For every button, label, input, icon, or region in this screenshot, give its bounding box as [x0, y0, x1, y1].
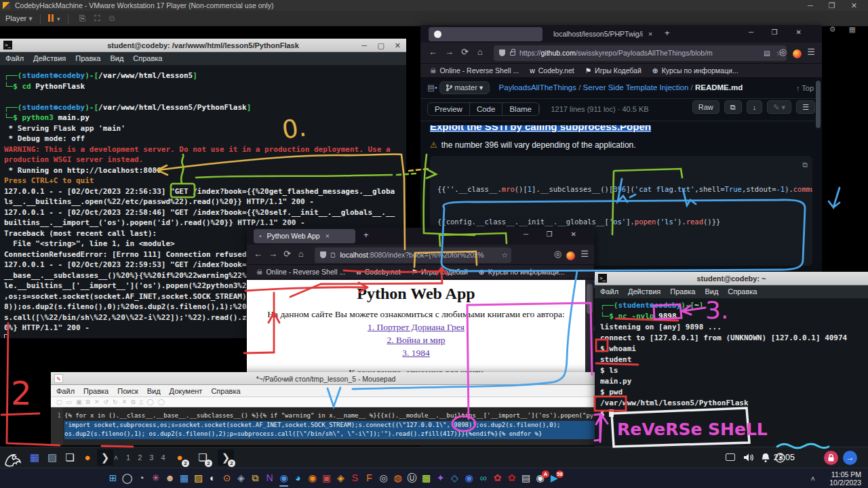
notifications-bell-icon[interactable] [761, 453, 770, 463]
suspend-caret[interactable]: ▾ [57, 16, 60, 22]
minimize-button[interactable]: ─ [361, 39, 367, 52]
tab-localhost-phptwig[interactable]: localhost/lesson5/PHPTwig/i× [548, 27, 656, 41]
reload-icon[interactable]: ⟳ [283, 249, 291, 259]
windows-clock[interactable]: 11:05 PM 10/2/2023 [829, 470, 861, 487]
url-bar[interactable]: https://github.com/swisskyrepo/PayloadsA… [494, 45, 787, 61]
warning-icon: ⚠ [430, 140, 437, 150]
account-icon[interactable]: ◎ [779, 47, 787, 57]
firefox-window-webapp[interactable]: • Python Web App× + ─ ❒ ✕ ← → ⟳ ⌂ 🗋local… [247, 228, 594, 381]
terminal-right-title: student@codeby: ~ [696, 274, 766, 283]
mousepad-editor[interactable]: 1 {% for x in ().__class__.__base__.__su… [51, 407, 601, 445]
home-icon[interactable]: ⌂ [298, 249, 304, 259]
shield-icon[interactable] [320, 251, 326, 258]
suspend-button[interactable] [48, 12, 55, 27]
vm-running-apps[interactable]: ●2❏2❯2 [168, 447, 237, 468]
back-icon[interactable]: ← [254, 249, 262, 259]
mousepad-window[interactable]: ✎ *~/Рабочий стол/tmp_lesson_5 - Mousepa… [51, 372, 601, 445]
extension-icon[interactable] [566, 250, 575, 260]
close-button[interactable]: ✕ [395, 39, 401, 52]
branch-selector[interactable]: master ▾ [439, 81, 490, 94]
player-menu-caret[interactable]: ▾ [28, 14, 33, 22]
file-icon[interactable]: ▤• [427, 83, 437, 92]
crumb-repo[interactable]: PayloadsAllTheThings [499, 83, 576, 92]
logout-icon[interactable]: → [843, 451, 857, 465]
tab-close-icon[interactable]: × [648, 30, 652, 38]
webapp-page: Python Web App На данном сайте Вы можете… [247, 280, 585, 381]
scrollbar[interactable] [585, 280, 594, 381]
tab-python-web-app[interactable]: • Python Web App× [254, 229, 355, 243]
intro-text: На данном сайте Вы можете ознакомиться с… [247, 309, 585, 320]
launcher-expand-chevron[interactable]: ˄ [114, 447, 118, 468]
screen-lock-icon[interactable] [824, 451, 838, 465]
terminal-right-title-bar[interactable]: >_ student@codeby: ~ [595, 272, 868, 285]
back-icon[interactable]: ← [429, 47, 437, 57]
mousepad-toolbar[interactable]: ▢▭▣⧉✕↺↻✕⧉▯◯◯ [51, 397, 601, 407]
send-ctrl-alt-del-icon[interactable]: ⎘ [79, 14, 86, 23]
terminal-icon: >_ [3, 41, 12, 49]
terminal-icon: >_ [598, 274, 607, 283]
vmware-window-controls[interactable]: ─ ❐ ✕ [808, 0, 864, 11]
windows-taskbar-icons[interactable]: ⊞◯◔✳☻▦▨◐⊙◈⧉N◉◕◉▣◈SF◎◍Ⓤ▩✦◇◉∞✿✿▤◉A▶58 [106, 470, 561, 487]
github-bookmarks-bar[interactable]: ☠Online - Reverse Shell ...wCodeby.net⚑И… [420, 64, 822, 78]
file-meta: 1217 lines (911 loc) · 40.5 KB [551, 105, 648, 113]
crumb-dir[interactable]: Server Side Template Injection [583, 83, 689, 92]
terminal-window-home[interactable]: >_ student@codeby: ~ ФайлДействияПравкаВ… [595, 272, 868, 447]
download-icon[interactable]: ↓ [747, 100, 763, 114]
window-buttons-icon[interactable] [726, 453, 735, 461]
terminal-right-body[interactable]: ┌──(student⊛codeby)-[~] └─$ nc -nvlp 989… [595, 298, 868, 447]
vm-launcher-icons[interactable]: ▦▨❏●❯ [26, 447, 114, 468]
hidden-icons-chevron[interactable]: ˄ [811, 468, 815, 488]
editor-text[interactable]: {% for x in ().__class__.__base__.__subc… [64, 407, 601, 445]
extension-icon[interactable] [793, 48, 802, 58]
window-controls[interactable]: ─ ❒ ✕ [524, 230, 585, 238]
section-heading-subprocess-popen[interactable]: Exploit the SSTI by calling subprocess.P… [430, 125, 812, 132]
forward-icon[interactable]: → [269, 249, 277, 259]
mousepad-title-bar[interactable]: ✎ *~/Рабочий стол/tmp_lesson_5 - Mousepa… [51, 372, 601, 385]
back-to-top-link[interactable]: ↑ Top [796, 84, 814, 92]
screen: CodebyHackMachine - VMware Workstation 1… [0, 0, 868, 488]
maximize-button[interactable]: ▢ [378, 39, 384, 52]
mousepad-menubar[interactable]: ФайлПравкаПоискВидДокументСправка [51, 385, 601, 397]
menu-icon[interactable]: ☰ [807, 47, 815, 57]
reader-icon[interactable]: ▤ [764, 45, 770, 61]
copy-raw-icon[interactable]: ⧉ [724, 100, 742, 114]
new-tab-button[interactable]: + [363, 230, 369, 240]
kali-logo[interactable] [3, 449, 23, 467]
book-links: 1. Портрет Дориана Грея2. Война и мир3. … [247, 322, 585, 359]
vm-clock[interactable]: 23:05 [774, 447, 795, 468]
scrollbar-thumb[interactable] [816, 81, 821, 128]
github-file-toolbar: PreviewCodeBlame 1217 lines (911 loc) · … [420, 99, 822, 121]
home-icon[interactable]: ⌂ [477, 47, 483, 57]
prompt-line: ┌──(student⊛codeby)-[~] [600, 300, 868, 311]
tab-close-icon[interactable]: × [326, 232, 330, 240]
lock-icon [510, 52, 515, 56]
page-icon: 🗋 [330, 251, 337, 259]
shield-icon[interactable] [499, 49, 505, 56]
fullscreen-icon[interactable]: ⛶ [94, 14, 100, 23]
workspace-switcher[interactable]: 1 2 3 4 [126, 447, 168, 468]
account-icon[interactable]: ◎ [554, 249, 561, 259]
raw-button[interactable]: Raw [692, 100, 719, 114]
new-tab-button[interactable]: + [665, 28, 670, 38]
volume-icon[interactable] [743, 453, 754, 462]
player-menu[interactable]: Player [5, 14, 26, 22]
view-switcher[interactable]: PreviewCodeBlame [427, 102, 540, 116]
terminal-left-title-bar[interactable]: >_ student@codeby: /var/www/html/lesson5… [0, 39, 406, 52]
bookmark-star-icon[interactable]: ☆ [502, 247, 508, 263]
outline-icon[interactable]: ☰ [796, 100, 815, 114]
windows-taskbar: ⊞◯◔✳☻▦▨◐⊙◈⧉N◉◕◉▣◈SF◎◍Ⓤ▩✦◇◉∞✿✿▤◉A▶58 ˄ 11… [0, 468, 868, 488]
copy-code-icon[interactable]: ⧉ [802, 160, 808, 171]
mousepad-icon: ✎ [54, 374, 63, 383]
forward-icon[interactable]: → [445, 47, 454, 57]
tab-payloadsallthethings[interactable]: PayloadsAllTheThings/Se× [429, 27, 542, 41]
window-controls[interactable]: ─ ❒ ✕ [749, 28, 810, 36]
reload-icon[interactable]: ⟳ [461, 47, 469, 57]
github-tab-bar[interactable]: PayloadsAllTheThings/Se× localhost/lesso… [420, 25, 822, 43]
menu-icon[interactable]: ☰ [580, 249, 589, 259]
warning-text: the number 396 will vary depending of th… [441, 140, 636, 150]
url-bar[interactable]: 🗋localhost:8080/index?book={%%20for%20x%… [315, 247, 511, 263]
webapp-bookmarks-bar[interactable]: ☠Online - Reverse Shell ...wCodeby.net⚑И… [247, 265, 594, 279]
terminal-left-menubar[interactable]: ФайлДействияПравкаВидСправка [0, 52, 406, 65]
terminal-right-menubar[interactable]: ФайлДействияПравкаВидСправка [595, 285, 868, 298]
webapp-tab-bar[interactable]: • Python Web App× + ─ ❒ ✕ [247, 228, 594, 245]
